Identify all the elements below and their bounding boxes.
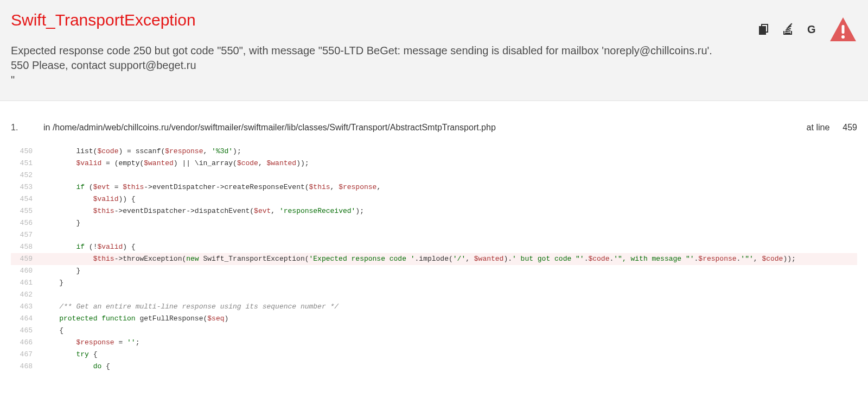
trace-line-number: 459: [843, 123, 857, 133]
source-code-block: 450 list($code) = sscanf($response, '%3d…: [11, 146, 857, 373]
code-line: 457: [11, 229, 857, 241]
line-number: 456: [11, 217, 42, 229]
line-number: 461: [11, 277, 42, 289]
code-content: if ($evt = $this->eventDispatcher->creat…: [42, 181, 857, 193]
svg-text:G: G: [807, 23, 816, 35]
svg-rect-2: [785, 33, 790, 34]
exception-title: Swift_TransportException: [11, 11, 196, 29]
code-content: [42, 169, 857, 181]
line-number: 451: [11, 158, 42, 169]
line-number: 467: [11, 349, 42, 361]
trace-index: 1.: [11, 123, 43, 133]
line-number: 453: [11, 181, 42, 193]
code-line: 463 /** Get an entire multi-line respons…: [11, 301, 857, 313]
code-content: $response = '';: [42, 337, 857, 349]
code-content: }: [42, 217, 857, 229]
code-content: /** Get an entire multi-line response us…: [42, 301, 857, 313]
line-number: 458: [11, 241, 42, 253]
code-line: 456 }: [11, 217, 857, 229]
code-line: 459 $this->throwException(new Swift_Tran…: [11, 253, 857, 265]
exception-message: Expected response code 250 but got code …: [11, 43, 760, 87]
copy-icon[interactable]: [757, 23, 770, 36]
code-line: 454 $valid)) {: [11, 193, 857, 205]
line-number: 466: [11, 337, 42, 349]
warning-icon: [829, 15, 857, 43]
code-line: 468 do {: [11, 361, 857, 373]
code-line: 465 {: [11, 325, 857, 337]
code-content: }: [42, 277, 857, 289]
code-content: try {: [42, 349, 857, 361]
title-row: Swift_TransportException: [11, 11, 857, 43]
trace-in-label: in: [43, 123, 50, 132]
trace-line-info: at line 459: [807, 123, 857, 133]
line-number: 462: [11, 289, 42, 301]
code-line: 464 protected function getFullResponse($…: [11, 313, 857, 325]
code-content: do {: [42, 361, 857, 373]
code-content: list($code) = sscanf($response, '%3d');: [42, 146, 857, 158]
line-number: 454: [11, 193, 42, 205]
line-number: 465: [11, 325, 42, 337]
code-line: 453 if ($evt = $this->eventDispatcher->c…: [11, 181, 857, 193]
code-content: $valid)) {: [42, 193, 857, 205]
line-number: 455: [11, 205, 42, 217]
code-line: 458 if (!$valid) {: [11, 241, 857, 253]
code-content: $this->eventDispatcher->dispatchEvent($e…: [42, 205, 857, 217]
trace-header: 1. in /home/admin/web/chillcoins.ru/vend…: [11, 123, 857, 133]
line-number: 450: [11, 146, 42, 158]
code-line: 466 $response = '';: [11, 337, 857, 349]
line-number: 460: [11, 265, 42, 277]
code-line: 452: [11, 169, 857, 181]
code-content: [42, 229, 857, 241]
line-number: 452: [11, 169, 42, 181]
line-number: 464: [11, 313, 42, 325]
google-icon[interactable]: G: [805, 23, 818, 36]
code-line: 462: [11, 289, 857, 301]
error-body: 1. in /home/admin/web/chillcoins.ru/vend…: [0, 101, 868, 373]
line-number: 468: [11, 361, 42, 373]
code-content: $valid = (empty($wanted) || \in_array($c…: [42, 158, 857, 169]
code-line: 455 $this->eventDispatcher->dispatchEven…: [11, 205, 857, 217]
line-number: 463: [11, 301, 42, 313]
header-icons: G: [757, 15, 857, 43]
stackoverflow-icon[interactable]: [781, 23, 794, 36]
svg-rect-4: [786, 28, 791, 31]
code-line: 460 }: [11, 265, 857, 277]
svg-rect-8: [842, 25, 845, 34]
line-number: 459: [11, 253, 42, 265]
code-line: 467 try {: [11, 349, 857, 361]
code-content: }: [42, 265, 857, 277]
trace-file-path: /home/admin/web/chillcoins.ru/vendor/swi…: [53, 123, 496, 132]
svg-rect-1: [760, 27, 765, 34]
code-content: {: [42, 325, 857, 337]
code-line: 461 }: [11, 277, 857, 289]
error-header: Swift_TransportException: [0, 0, 868, 101]
svg-point-9: [841, 35, 845, 39]
code-content: [42, 289, 857, 301]
code-content: $this->throwException(new Swift_Transpor…: [42, 253, 857, 265]
code-line: 451 $valid = (empty($wanted) || \in_arra…: [11, 158, 857, 169]
line-number: 457: [11, 229, 42, 241]
code-line: 450 list($code) = sscanf($response, '%3d…: [11, 146, 857, 158]
trace-location: in /home/admin/web/chillcoins.ru/vendor/…: [43, 123, 807, 133]
code-content: if (!$valid) {: [42, 241, 857, 253]
trace-at-line-label: at line: [807, 123, 830, 133]
code-content: protected function getFullResponse($seq): [42, 313, 857, 325]
